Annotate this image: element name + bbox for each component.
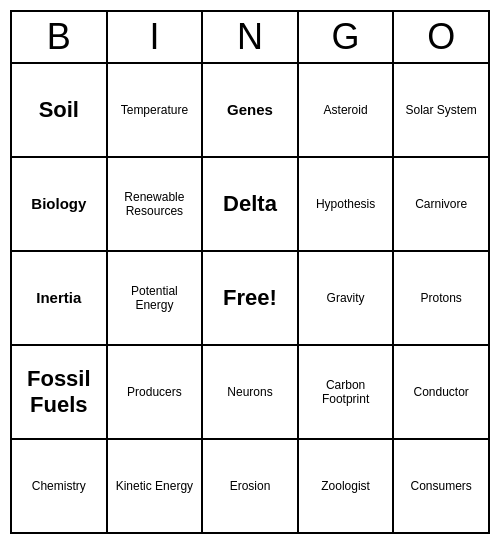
cell-label: Carbon Footprint — [303, 378, 389, 407]
cell-label: Temperature — [121, 103, 188, 117]
cell-label: Zoologist — [321, 479, 370, 493]
bingo-cell: Protons — [394, 252, 488, 344]
cell-label: Chemistry — [32, 479, 86, 493]
header-letter: N — [203, 12, 299, 62]
cell-label: Soil — [39, 97, 79, 123]
bingo-cell: Carnivore — [394, 158, 488, 250]
cell-label: Renewable Resources — [112, 190, 198, 219]
bingo-cell: Genes — [203, 64, 299, 156]
bingo-row: SoilTemperatureGenesAsteroidSolar System — [12, 64, 488, 158]
cell-label: Conductor — [413, 385, 468, 399]
cell-label: Asteroid — [324, 103, 368, 117]
bingo-cell: Potential Energy — [108, 252, 204, 344]
bingo-cell: Erosion — [203, 440, 299, 532]
header-letter: I — [108, 12, 204, 62]
bingo-cell: Fossil Fuels — [12, 346, 108, 438]
bingo-cell: Biology — [12, 158, 108, 250]
bingo-cell: Producers — [108, 346, 204, 438]
cell-label: Gravity — [327, 291, 365, 305]
bingo-header: BINGO — [12, 12, 488, 64]
cell-label: Potential Energy — [112, 284, 198, 313]
bingo-cell: Consumers — [394, 440, 488, 532]
cell-label: Inertia — [36, 289, 81, 307]
cell-label: Genes — [227, 101, 273, 119]
cell-label: Biology — [31, 195, 86, 213]
cell-label: Solar System — [405, 103, 476, 117]
cell-label: Producers — [127, 385, 182, 399]
bingo-cell: Asteroid — [299, 64, 395, 156]
bingo-row: BiologyRenewable ResourcesDeltaHypothesi… — [12, 158, 488, 252]
bingo-grid: SoilTemperatureGenesAsteroidSolar System… — [12, 64, 488, 532]
cell-label: Fossil Fuels — [16, 366, 102, 419]
bingo-cell: Neurons — [203, 346, 299, 438]
bingo-cell: Temperature — [108, 64, 204, 156]
header-letter: B — [12, 12, 108, 62]
bingo-cell: Conductor — [394, 346, 488, 438]
header-letter: G — [299, 12, 395, 62]
bingo-cell: Gravity — [299, 252, 395, 344]
bingo-cell: Chemistry — [12, 440, 108, 532]
cell-label: Hypothesis — [316, 197, 375, 211]
bingo-cell: Free! — [203, 252, 299, 344]
bingo-cell: Carbon Footprint — [299, 346, 395, 438]
cell-label: Consumers — [410, 479, 471, 493]
bingo-card: BINGO SoilTemperatureGenesAsteroidSolar … — [10, 10, 490, 534]
cell-label: Erosion — [230, 479, 271, 493]
cell-label: Protons — [420, 291, 461, 305]
bingo-cell: Renewable Resources — [108, 158, 204, 250]
bingo-row: InertiaPotential EnergyFree!GravityProto… — [12, 252, 488, 346]
bingo-cell: Delta — [203, 158, 299, 250]
cell-label: Carnivore — [415, 197, 467, 211]
bingo-cell: Solar System — [394, 64, 488, 156]
header-letter: O — [394, 12, 488, 62]
bingo-cell: Soil — [12, 64, 108, 156]
bingo-row: ChemistryKinetic EnergyErosionZoologistC… — [12, 440, 488, 532]
cell-label: Free! — [223, 285, 277, 311]
cell-label: Kinetic Energy — [116, 479, 193, 493]
bingo-cell: Zoologist — [299, 440, 395, 532]
bingo-cell: Kinetic Energy — [108, 440, 204, 532]
cell-label: Delta — [223, 191, 277, 217]
cell-label: Neurons — [227, 385, 272, 399]
bingo-row: Fossil FuelsProducersNeuronsCarbon Footp… — [12, 346, 488, 440]
bingo-cell: Hypothesis — [299, 158, 395, 250]
bingo-cell: Inertia — [12, 252, 108, 344]
